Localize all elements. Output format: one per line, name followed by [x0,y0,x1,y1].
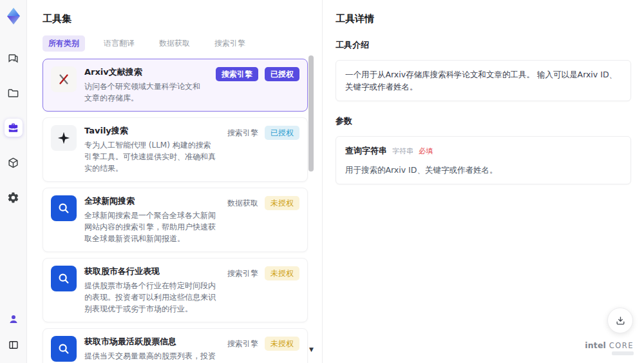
cube-icon [7,157,19,169]
intro-box: 一个用于从Arxiv存储库搜索科学论文和文章的工具。 输入可以是Arxiv ID… [336,60,631,101]
sidebar-item-account[interactable] [5,310,23,328]
sidebar-item-settings[interactable] [5,188,23,206]
sidebar-item-collapse[interactable] [5,336,23,354]
brand-intel: intel [585,340,606,350]
param-required-badge: 必填 [419,145,433,157]
user-icon [8,313,19,325]
download-button[interactable] [607,308,633,333]
sidebar-item-files[interactable] [5,84,23,102]
sidebar [0,0,27,363]
tool-category-badge: 搜索引擎 [216,67,258,81]
page-title: 工具集 [43,13,308,25]
app-logo [4,6,23,26]
sidebar-item-chat[interactable] [5,49,23,67]
scroll-down-arrow[interactable]: ▼ [309,346,314,353]
tool-card-tavily[interactable]: Tavily搜索 专为人工智能代理 (LLM) 构建的搜索引擎工具。可快速提供实… [43,117,308,182]
stock-icon [51,336,77,362]
tool-name: 获取股市各行业表现 [84,266,217,277]
sidebar-item-models[interactable] [5,153,23,172]
chat-icon [7,52,19,64]
tab-search[interactable]: 搜索引擎 [209,35,251,52]
intro-heading: 工具介绍 [336,39,631,51]
tool-category-badge: 数据获取 [227,196,258,210]
tool-description: 提供当天交易量最高的股票列表，投资者可以利用这些信息来识别流动性强的股票和潜在的… [84,350,217,363]
tool-auth-badge: 未授权 [265,337,299,351]
param-name: 查询字符串 [345,144,387,157]
tool-card-global-news[interactable]: 全球新闻搜索 全球新闻搜索是一个聚合全球各大新闻网站内容的搜索引擎，帮助用户快速… [43,188,308,252]
sidebar-item-tools[interactable] [5,119,23,137]
tool-auth-badge: 未授权 [265,196,299,210]
tool-category-badge: 搜索引擎 [227,126,258,140]
news-search-icon [51,195,77,221]
tool-description: 访问各个研究领域大量科学论文和文章的存储库。 [84,81,205,104]
panel-toggle-icon [8,339,19,351]
tool-list-panel: 工具集 所有类别语言翻译数据获取搜索引擎 Arxiv文献搜索 访问各个研究领域大… [27,0,322,363]
tab-translation[interactable]: 语言翻译 [98,35,140,52]
intel-core-badge: intel CORE [585,340,634,355]
param-description: 用于搜索的Arxiv ID、关键字或作者姓名。 [345,164,621,176]
tool-category-badge: 搜索引擎 [227,266,258,280]
tool-auth-badge: 已授权 [265,126,299,140]
tool-card-most-active-stocks[interactable]: 获取市场最活跃股票信息 提供当天交易量最高的股票列表，投资者可以利用这些信息来识… [43,328,308,363]
param-type: 字符串 [392,145,413,157]
app-window: 工具集 所有类别语言翻译数据获取搜索引擎 Arxiv文献搜索 访问各个研究领域大… [0,0,644,363]
tab-all[interactable]: 所有类别 [43,35,85,52]
stock-icon [51,266,77,291]
tool-description: 提供股票市场各个行业在特定时间段内的表现。投资者可以利用这些信息来识别表现优于或… [84,280,217,315]
tab-data[interactable]: 数据获取 [153,35,196,52]
tool-list: Arxiv文献搜索 访问各个研究领域大量科学论文和文章的存储库。 搜索引擎 已授… [43,59,308,363]
tool-auth-badge: 已授权 [265,67,299,81]
tool-name: 全球新闻搜索 [84,195,217,207]
params-heading: 参数 [336,115,631,127]
param-box: 查询字符串 字符串 必填 用于搜索的Arxiv ID、关键字或作者姓名。 [336,136,631,184]
detail-title: 工具详情 [336,13,631,25]
tool-auth-badge: 未授权 [265,266,299,280]
category-tabs: 所有类别语言翻译数据获取搜索引擎 [43,35,308,52]
tool-name: 获取市场最活跃股票信息 [84,336,217,348]
sidebar-bottom [5,310,23,354]
sidebar-nav [5,49,23,206]
folder-icon [7,87,19,99]
tool-description: 全球新闻搜索是一个聚合全球各大新闻网站内容的搜索引擎，帮助用户快速获取全球最新资… [84,210,217,244]
tool-name: Arxiv文献搜索 [84,66,205,78]
briefcase-icon [7,122,19,134]
tool-name: Tavily搜索 [84,125,217,137]
brand-core: CORE [609,341,634,350]
tool-card-arxiv[interactable]: Arxiv文献搜索 访问各个研究领域大量科学论文和文章的存储库。 搜索引擎 已授… [43,59,308,112]
intro-text: 一个用于从Arxiv存储库搜索科学论文和文章的工具。 输入可以是Arxiv ID… [345,70,617,92]
download-icon [615,315,626,326]
tool-card-sector-performance[interactable]: 获取股市各行业表现 提供股票市场各个行业在特定时间段内的表现。投资者可以利用这些… [43,258,308,322]
tool-detail-panel: 工具详情 工具介绍 一个用于从Arxiv存储库搜索科学论文和文章的工具。 输入可… [322,0,644,363]
arxiv-icon [51,66,77,92]
gear-icon [7,191,19,204]
tool-description: 专为人工智能代理 (LLM) 构建的搜索引擎工具。可快速提供实时、准确和真实的结… [84,139,217,174]
tool-category-badge: 搜索引擎 [227,337,258,351]
brand-sub-bar [612,351,634,355]
tavily-icon [51,125,77,151]
scrollbar-thumb[interactable] [308,55,314,172]
